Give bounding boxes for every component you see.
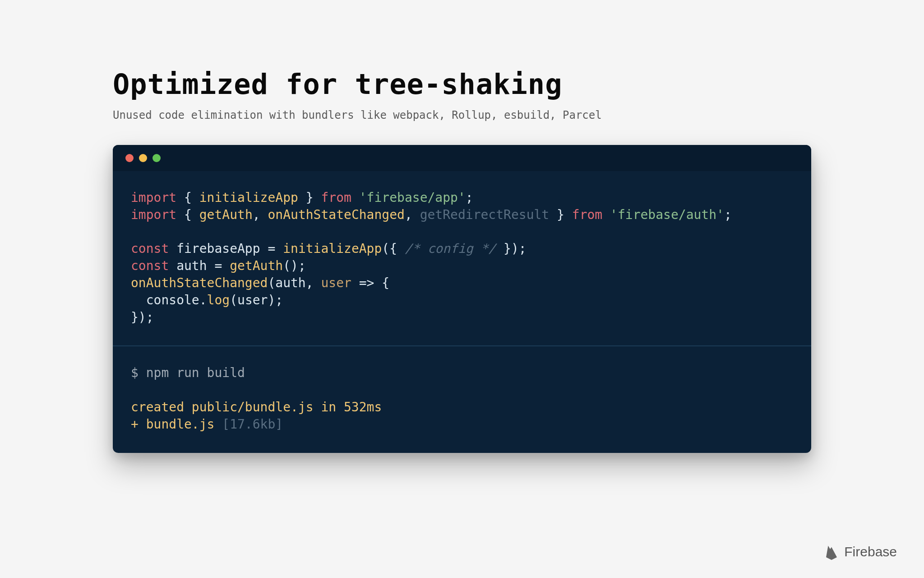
string-firebase-app: 'firebase/app' [359,190,466,205]
id-firebaseApp: firebaseApp [176,241,260,256]
keyword-from: from [572,207,602,222]
build-output-created: created public/bundle.js in 532ms [131,400,382,415]
code-pane: import { initializeApp } from 'firebase/… [113,171,811,345]
maximize-icon[interactable] [152,154,161,162]
keyword-import: import [131,190,176,205]
comment-config: /* config */ [405,241,496,256]
fn-onAuthStateChanged: onAuthStateChanged [268,207,404,222]
shell-prompt: $ npm run build [131,365,245,380]
id-auth: auth [176,258,207,273]
minimize-icon[interactable] [139,154,147,162]
param-user: user [321,275,351,290]
keyword-const: const [131,241,169,256]
keyword-from: from [321,190,351,205]
keyword-const: const [131,258,169,273]
build-output-size: [17.6kb] [222,417,283,432]
fn-getRedirectResult-unused: getRedirectResult [420,207,550,222]
page-title: Optimized for tree-shaking [113,68,811,101]
string-firebase-auth: 'firebase/auth' [610,207,724,222]
firebase-logo: Firebase [823,544,897,560]
firebase-icon [823,544,840,560]
output-pane: $ npm run build created public/bundle.js… [113,346,811,452]
close-icon[interactable] [125,154,134,162]
fn-initializeApp: initializeApp [199,190,298,205]
fn-getAuth: getAuth [199,207,253,222]
keyword-import: import [131,207,176,222]
firebase-wordmark: Firebase [844,544,897,559]
build-output-bundle: + bundle.js [131,417,222,432]
terminal-window: import { initializeApp } from 'firebase/… [113,145,811,453]
page-subtitle: Unused code elimination with bundlers li… [113,109,811,121]
window-titlebar [113,145,811,171]
